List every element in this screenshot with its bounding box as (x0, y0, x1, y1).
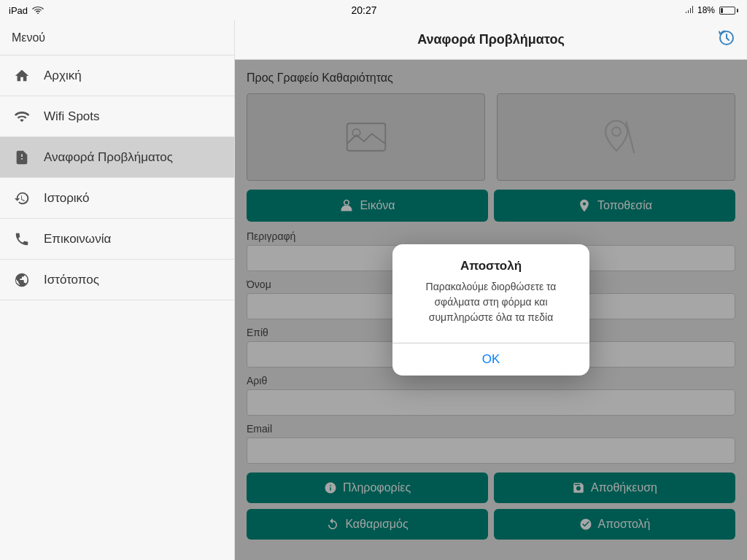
website-icon (12, 270, 32, 290)
sidebar-item-history[interactable]: Ιστορικό (0, 178, 234, 219)
history-icon (12, 188, 32, 209)
sidebar: Μενού Αρχική Wifi Spots Αναφορά Προβλήμα… (0, 20, 235, 560)
sidebar-item-website[interactable]: Ιστότοπος (0, 260, 234, 300)
svg-marker-1 (692, 6, 693, 13)
status-right: 18% (684, 5, 738, 16)
sidebar-item-label-report: Αναφορά Προβλήματος (44, 150, 173, 165)
sidebar-item-label-website: Ιστότοπος (44, 273, 99, 287)
sidebar-items-container: Αρχική Wifi Spots Αναφορά Προβλήματος Ισ… (0, 55, 234, 300)
wifi-icon (12, 106, 32, 127)
sidebar-item-contact[interactable]: Επικοινωνία (0, 219, 234, 260)
dialog-title: Αποστολή (404, 259, 578, 273)
dialog-actions: OK (392, 343, 589, 376)
battery-percent: 18% (697, 5, 715, 15)
report-icon (12, 147, 32, 168)
main-content: Αναφορά Προβλήματος Προς Γραφείο Καθαριό… (235, 20, 747, 560)
sidebar-item-wifi[interactable]: Wifi Spots (0, 96, 234, 137)
sidebar-item-label-wifi: Wifi Spots (44, 109, 100, 124)
history-clock-icon[interactable] (718, 29, 735, 51)
dialog: Αποστολή Παρακαλούμε διορθώσετε τα σφάλμ… (392, 244, 589, 376)
svg-marker-4 (686, 12, 686, 13)
signal-icon (684, 5, 693, 16)
form-area: Προς Γραφείο Καθαριότητας (235, 60, 747, 560)
status-time: 20:27 (351, 4, 376, 16)
wifi-status-icon (32, 5, 44, 16)
dialog-ok-button[interactable]: OK (392, 343, 589, 376)
svg-marker-3 (688, 10, 689, 13)
battery-icon (719, 7, 738, 15)
sidebar-item-label-history: Ιστορικό (44, 191, 89, 206)
svg-marker-2 (690, 8, 691, 13)
sidebar-item-home[interactable]: Αρχική (0, 55, 234, 96)
sidebar-header: Μενού (0, 20, 234, 55)
status-left: iPad (9, 5, 44, 16)
device-label: iPad (9, 5, 28, 16)
home-icon (12, 66, 32, 86)
svg-point-0 (37, 12, 39, 14)
sidebar-item-label-home: Αρχική (44, 69, 82, 83)
app-container: Μενού Αρχική Wifi Spots Αναφορά Προβλήμα… (0, 20, 747, 560)
contact-icon (12, 229, 32, 249)
dialog-message: Παρακαλούμε διορθώσετε τα σφάλματα στη φ… (404, 279, 578, 325)
sidebar-item-label-contact: Επικοινωνία (44, 232, 111, 246)
dialog-body: Αποστολή Παρακαλούμε διορθώσετε τα σφάλμ… (392, 244, 589, 332)
main-header: Αναφορά Προβλήματος (235, 20, 747, 60)
status-bar: iPad 20:27 18% (0, 0, 747, 20)
sidebar-item-report[interactable]: Αναφορά Προβλήματος (0, 137, 234, 178)
dialog-overlay: Αποστολή Παρακαλούμε διορθώσετε τα σφάλμ… (235, 60, 747, 560)
page-title: Αναφορά Προβλήματος (417, 32, 565, 47)
